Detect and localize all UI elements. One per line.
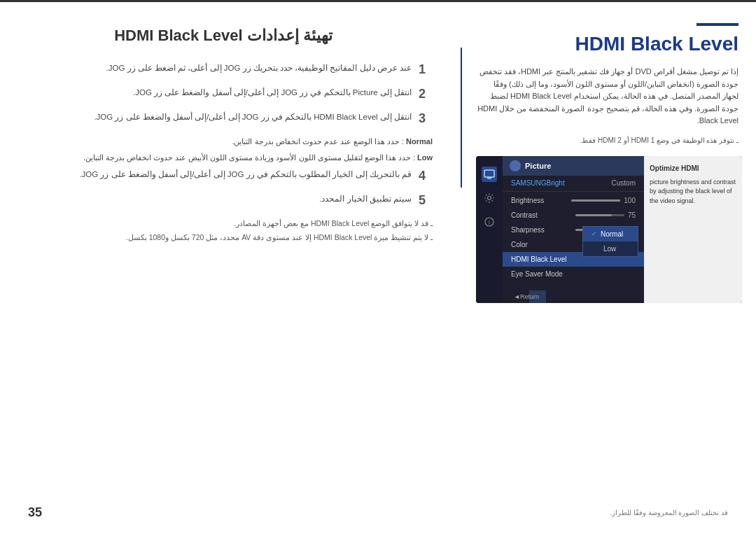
svg-point-2 [488,196,491,199]
monitor-magic-bright[interactable]: SAMSUNGBright Custom [503,176,644,192]
step-1: 1 عند عرض دليل المفاتيح الوظيفية، حدد بت… [14,62,433,77]
check-icon: ✓ [592,230,597,237]
note-items: قد لا يتوافق الوضع HDMI Black Level مع ب… [14,218,433,242]
monitor-picture-icon[interactable] [482,167,497,182]
step-number-4: 4 [419,169,433,183]
monitor-eye-saver[interactable]: Eye Saver Mode [503,267,644,281]
return-label: ◄ [514,293,520,300]
desc-panel-text: picture brightness and contrast by adjus… [650,178,736,206]
step-number-2: 2 [419,87,433,101]
monitor-icons-panel: i [476,156,503,303]
step-text-2: انتقل إلى Picture بالتحكم في زر JOG إلى … [133,87,412,99]
hdmi-black-level-submenu: ✓ Normal Low [582,226,638,257]
svg-rect-1 [487,178,491,179]
monitor-menu: Picture SAMSUNGBright Custom Brightness … [503,156,644,303]
left-section: تهيئة إعدادات HDMI Black Level 1 عند عرض… [0,6,461,534]
page-container: تهيئة إعدادات HDMI Black Level 1 عند عرض… [0,0,756,534]
instruction-steps: 1 عند عرض دليل المفاتيح الوظيفية، حدد بت… [14,62,433,208]
bullet-points: Normal : حدد هذا الوضع عند عدم حدوث انخف… [28,136,433,163]
right-accent-bar [696,23,738,26]
magic-bright-label: SAMSUNGBright [511,179,565,187]
magic-bright-value: Custom [612,179,636,187]
monitor-header-text: Picture [525,162,551,170]
monitor-contrast[interactable]: Contrast 75 [503,208,644,223]
step-number-5: 5 [419,193,433,208]
monitor-brightness[interactable]: Brightness 100 [503,193,644,208]
monitor-settings-icon[interactable] [482,190,497,206]
left-page-title: تهيئة إعدادات HDMI Black Level [14,27,433,45]
step-2: 2 انتقل إلى Picture بالتحكم في زر JOG إل… [14,87,433,101]
page-number: 35 [28,505,42,520]
top-border [0,0,756,2]
step-text-4: قم بالتحريك إلى الخيار المطلوب بالتحكم ف… [79,169,412,181]
desc-panel-title: Optimize HDMI [650,163,736,174]
step-number-3: 3 [419,111,433,126]
note-1: قد لا يتوافق الوضع HDMI Black Level مع ب… [14,218,433,229]
monitor-header-icon [510,160,521,171]
step-text-3: انتقل إلى HDMI Black Level بالتحكم في زر… [94,111,412,123]
contrast-bar: 75 [575,211,636,219]
monitor-desc-panel: Optimize HDMI picture brightness and con… [644,156,742,303]
bullet-low: Low : حدد هذا الوضع لتقليل مستوى اللون ا… [28,152,433,164]
right-section: HDMI Black Level إذا تم توصيل مشغل أقراص… [462,6,756,534]
step-number-1: 1 [419,62,433,77]
brightness-bar: 100 [571,197,636,204]
monitor-info-icon[interactable]: i [482,214,497,230]
bottom-footer: 35 قد تختلف الصورة المعروضة وفقًا للطراز… [28,505,728,520]
monitor-mockup: i Picture SAMSUNGBright Custom [476,156,742,303]
submenu-normal[interactable]: ✓ Normal [583,227,638,241]
svg-rect-0 [484,170,494,177]
step-text-5: سيتم تطبيق الخيار المحدد. [319,193,412,205]
right-description: إذا تم توصيل مشغل أقراص DVD أو جهاز فك ت… [476,66,738,127]
note-2: لا يتم تنشيط ميزة HDMI Black Level إلا ع… [14,232,433,243]
right-page-title: HDMI Black Level [476,33,738,55]
monitor-return-bar: ◄ Return [529,290,546,303]
bullet-normal: Normal : حدد هذا الوضع عند عدم حدوث انخف… [28,136,433,148]
step-5: 5 سيتم تطبيق الخيار المحدد. [14,193,433,208]
right-note: تتوفر هذه الوظيفة في وضع HDMI 1 أو HDMI … [476,136,738,146]
main-content: تهيئة إعدادات HDMI Black Level 1 عند عرض… [0,0,756,534]
monitor-menu-header: Picture [503,156,644,176]
submenu-low[interactable]: Low [583,241,638,256]
footer-note: قد تختلف الصورة المعروضة وفقًا للطراز. [610,509,728,517]
step-3: 3 انتقل إلى HDMI Black Level بالتحكم في … [14,111,433,126]
svg-text:i: i [489,219,490,226]
return-text: Return [520,293,539,300]
step-text-1: عند عرض دليل المفاتيح الوظيفية، حدد بتحر… [106,62,412,74]
step-4: 4 قم بالتحريك إلى الخيار المطلوب بالتحكم… [14,169,433,183]
